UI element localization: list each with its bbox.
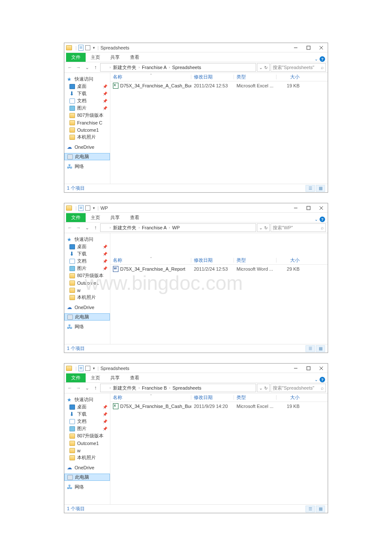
nav-up-button[interactable]: ↑ <box>92 224 99 231</box>
sidebar-onedrive[interactable]: ☁OneDrive <box>64 304 110 311</box>
tab-file[interactable]: 文件 <box>66 213 86 222</box>
column-date[interactable]: 修改日期 <box>191 394 234 401</box>
column-type[interactable]: 类型 <box>234 257 277 263</box>
tab-home[interactable]: 主页 <box>86 373 105 382</box>
close-button[interactable] <box>315 43 328 52</box>
tab-home[interactable]: 主页 <box>86 53 105 62</box>
ribbon-collapse-icon[interactable]: ⌄ <box>314 57 318 61</box>
file-row[interactable]: D75X_34_Franchise_A_Report 2011/2/24 12:… <box>110 265 328 273</box>
maximize-button[interactable] <box>302 43 315 52</box>
column-name[interactable]: ⌃名称 <box>110 257 191 263</box>
close-button[interactable] <box>315 364 328 373</box>
nav-history-dropdown[interactable]: ⌄ <box>83 384 91 392</box>
maximize-button[interactable] <box>302 203 315 212</box>
column-size[interactable]: 大小 <box>277 257 302 263</box>
minimize-button[interactable] <box>289 43 302 52</box>
search-input[interactable]: 搜索"Spreadsheets" ⌕ <box>271 63 326 72</box>
sidebar-item-desktop[interactable]: 桌面📌 <box>64 403 110 410</box>
nav-forward-button[interactable]: → <box>75 64 82 71</box>
breadcrumb-segment[interactable]: Franchise A <box>142 65 167 70</box>
breadcrumb-segment[interactable]: Franchise B <box>142 385 167 390</box>
tab-view[interactable]: 查看 <box>125 373 144 382</box>
qat-dropdown-icon[interactable]: ▾ <box>93 206 95 210</box>
close-button[interactable] <box>315 203 328 212</box>
qat-dropdown-icon[interactable]: ▾ <box>93 46 95 50</box>
sidebar-onedrive[interactable]: ☁OneDrive <box>64 143 110 150</box>
column-type[interactable]: 类型 <box>234 394 277 401</box>
view-icons-button[interactable]: ▦ <box>316 506 325 512</box>
sidebar-item-folder[interactable]: Franchise C <box>64 119 110 126</box>
tab-view[interactable]: 查看 <box>125 213 144 222</box>
breadcrumb-segment[interactable]: Franchise A <box>142 225 167 230</box>
file-row[interactable]: D75X_34_Franchise_A_Cash_Budget 2011/2/2… <box>110 81 328 90</box>
search-input[interactable]: 搜索"Spreadsheets" ⌕ <box>271 384 326 392</box>
sidebar-quick-access[interactable]: ★快速访问 <box>64 396 110 403</box>
tab-share[interactable]: 共享 <box>105 373 125 382</box>
help-icon[interactable]: ? <box>320 217 325 222</box>
maximize-button[interactable] <box>302 364 315 373</box>
tab-view[interactable]: 查看 <box>125 53 144 62</box>
help-icon[interactable]: ? <box>320 56 325 62</box>
search-input[interactable]: 搜索"WP" ⌕ <box>271 223 326 232</box>
sidebar-item-pictures[interactable]: 图片📌 <box>64 425 110 432</box>
sidebar-item-folder[interactable]: Outcome1 <box>64 279 110 286</box>
ribbon-collapse-icon[interactable]: ⌄ <box>314 377 318 382</box>
view-details-button[interactable]: ☰ <box>306 506 315 512</box>
minimize-button[interactable] <box>289 203 302 212</box>
breadcrumb-segment[interactable]: 新建文件夹 <box>113 385 136 391</box>
nav-back-button[interactable]: ← <box>66 384 74 392</box>
tab-home[interactable]: 主页 <box>86 213 105 222</box>
sidebar-item-desktop[interactable]: 桌面📌 <box>64 83 110 90</box>
nav-back-button[interactable]: ← <box>66 64 74 71</box>
breadcrumb-segment[interactable]: Spreadsheets <box>172 65 201 70</box>
sidebar-item-folder[interactable]: w <box>64 447 110 454</box>
sidebar-item-desktop[interactable]: 桌面📌 <box>64 243 110 250</box>
tab-share[interactable]: 共享 <box>105 53 125 62</box>
refresh-button[interactable]: ⌄ ↻ <box>257 384 270 392</box>
help-icon[interactable]: ? <box>320 377 325 382</box>
nav-forward-button[interactable]: → <box>75 384 82 392</box>
file-row[interactable]: D75X_34_Franchise_B_Cash_Budget 2011/9/2… <box>110 402 328 410</box>
column-name[interactable]: ⌃名称 <box>110 74 191 80</box>
nav-forward-button[interactable]: → <box>75 224 82 231</box>
column-date[interactable]: 修改日期 <box>191 257 234 263</box>
tab-file[interactable]: 文件 <box>66 373 86 382</box>
view-details-button[interactable]: ☰ <box>306 345 315 352</box>
sidebar-this-pc[interactable]: 此电脑 <box>64 474 110 481</box>
nav-history-dropdown[interactable]: ⌄ <box>83 64 91 71</box>
tab-file[interactable]: 文件 <box>66 53 86 62</box>
sidebar-quick-access[interactable]: ★快速访问 <box>64 75 110 83</box>
sidebar-item-folder[interactable]: w <box>64 286 110 294</box>
sidebar-item-pictures[interactable]: 图片📌 <box>64 265 110 272</box>
sidebar-item-folder[interactable]: 807升级版本 <box>64 432 110 439</box>
sidebar-item-downloads[interactable]: ⬇下载📌 <box>64 90 110 97</box>
sidebar-this-pc[interactable]: 此电脑 <box>64 153 110 160</box>
column-type[interactable]: 类型 <box>234 74 277 80</box>
address-bar[interactable]: › 新建文件夹›Franchise B›Spreadsheets <box>100 384 256 392</box>
ribbon-collapse-icon[interactable]: ⌄ <box>314 217 318 222</box>
sidebar-item-documents[interactable]: 文档📌 <box>64 257 110 265</box>
refresh-button[interactable]: ⌄ ↻ <box>257 63 270 72</box>
sidebar-item-documents[interactable]: 文档📌 <box>64 97 110 104</box>
minimize-button[interactable] <box>289 364 302 373</box>
breadcrumb-segment[interactable]: WP <box>172 225 180 230</box>
sidebar-item-documents[interactable]: 文档📌 <box>64 418 110 425</box>
address-bar[interactable]: › 新建文件夹›Franchise A›WP <box>100 223 256 232</box>
nav-up-button[interactable]: ↑ <box>92 384 99 392</box>
sidebar-this-pc[interactable]: 此电脑 <box>64 313 110 321</box>
column-size[interactable]: 大小 <box>277 394 302 401</box>
sidebar-item-folder[interactable]: 807升级版本 <box>64 112 110 119</box>
address-bar[interactable]: › 新建文件夹›Franchise A›Spreadsheets <box>100 63 256 72</box>
sidebar-network[interactable]: 🖧网络 <box>64 323 110 330</box>
refresh-button[interactable]: ⌄ ↻ <box>257 223 270 232</box>
sidebar-item-folder[interactable]: 本机照片 <box>64 294 110 301</box>
sidebar-item-downloads[interactable]: ⬇下载📌 <box>64 410 110 418</box>
view-icons-button[interactable]: ▦ <box>316 185 325 192</box>
sidebar-item-folder[interactable]: 本机照片 <box>64 454 110 461</box>
sidebar-network[interactable]: 🖧网络 <box>64 163 110 170</box>
nav-back-button[interactable]: ← <box>66 224 74 231</box>
nav-up-button[interactable]: ↑ <box>92 64 99 71</box>
column-size[interactable]: 大小 <box>277 74 302 80</box>
sidebar-item-downloads[interactable]: ⬇下载📌 <box>64 250 110 257</box>
sidebar-item-folder[interactable]: Outcome1 <box>64 439 110 447</box>
